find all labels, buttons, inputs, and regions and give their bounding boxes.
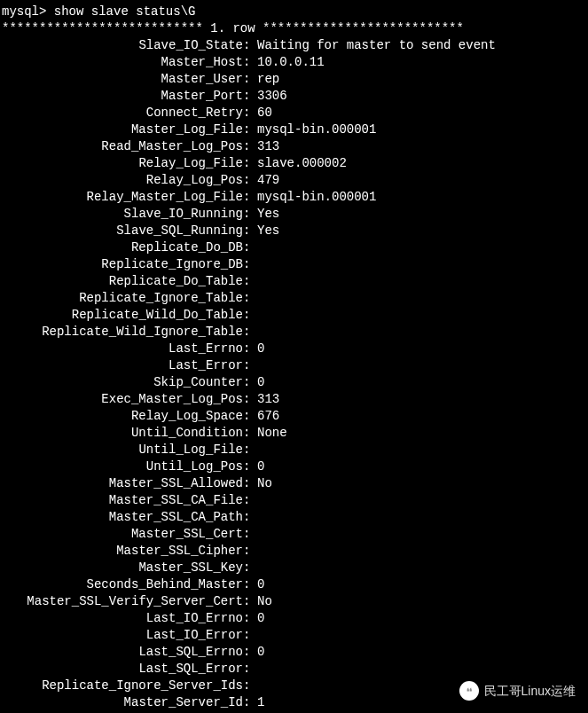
status-separator: : [243, 121, 257, 138]
status-key: Seconds_Behind_Master [2, 576, 243, 593]
status-row: Slave_SQL_Running: Yes [2, 223, 586, 239]
status-row: Last_SQL_Errno: 0 [2, 644, 586, 661]
status-separator: : [243, 475, 257, 492]
watermark-label: 民工哥Linux运维 [484, 683, 576, 700]
status-row: Master_SSL_Verify_Server_Cert: No [2, 593, 586, 610]
status-key: Read_Master_Log_Pos [2, 138, 243, 155]
status-key: Master_SSL_Verify_Server_Cert [2, 593, 243, 610]
status-value: Yes [257, 206, 279, 223]
status-separator: : [243, 425, 257, 442]
status-row: Replicate_Do_Table: [2, 273, 586, 290]
status-value: 60 [257, 105, 272, 121]
status-key: Exec_Master_Log_Pos [2, 391, 243, 408]
status-value: 0 [257, 576, 264, 593]
status-separator: : [243, 273, 257, 290]
status-value: 0 [257, 458, 264, 475]
status-separator: : [243, 458, 257, 475]
status-separator: : [243, 206, 257, 223]
status-row: Master_SSL_Cipher: [2, 543, 586, 560]
status-value: 0 [257, 644, 264, 661]
status-key: Replicate_Do_Table [2, 273, 243, 290]
status-row: Until_Log_Pos: 0 [2, 458, 586, 475]
status-separator: : [243, 374, 257, 391]
status-separator: : [243, 408, 257, 425]
status-separator: : [243, 644, 257, 661]
status-value: 0 [257, 374, 264, 391]
status-value: No [257, 475, 272, 492]
status-row: Replicate_Ignore_DB: [2, 256, 586, 273]
status-row: Relay_Log_File: slave.000002 [2, 155, 586, 172]
status-key: Master_Log_File [2, 121, 243, 138]
status-separator: : [243, 442, 257, 458]
status-key: Replicate_Wild_Do_Table [2, 307, 243, 324]
status-separator: : [243, 526, 257, 543]
status-row: Replicate_Wild_Ignore_Table: [2, 324, 586, 341]
status-separator: : [243, 576, 257, 593]
status-separator: : [243, 357, 257, 374]
status-row: Master_SSL_CA_Path: [2, 509, 586, 526]
status-key: Master_SSL_CA_File [2, 492, 243, 509]
status-separator: : [243, 138, 257, 155]
status-key: Relay_Log_Pos [2, 172, 243, 189]
status-row: Replicate_Do_DB: [2, 239, 586, 256]
status-key: Master_SSL_CA_Path [2, 509, 243, 526]
status-row: Last_Errno: 0 [2, 341, 586, 357]
status-row: Master_User: rep [2, 71, 586, 88]
status-key: Until_Log_File [2, 442, 243, 458]
status-key: Last_Errno [2, 341, 243, 357]
status-key: Master_SSL_Key [2, 560, 243, 576]
status-value: mysql-bin.000001 [257, 121, 376, 138]
status-key: Relay_Log_Space [2, 408, 243, 425]
status-key: Until_Condition [2, 425, 243, 442]
status-key: Master_User [2, 71, 243, 88]
status-key: Master_SSL_Cert [2, 526, 243, 543]
slave-status-output: Slave_IO_State: Waiting for master to se… [2, 37, 586, 711]
status-row: Slave_IO_Running: Yes [2, 206, 586, 223]
status-value: 479 [257, 172, 279, 189]
status-value: rep [257, 71, 279, 88]
status-key: Master_SSL_Cipher [2, 543, 243, 560]
status-key: Last_Error [2, 357, 243, 374]
status-key: Skip_Counter [2, 374, 243, 391]
status-row: Connect_Retry: 60 [2, 105, 586, 121]
status-separator: : [243, 560, 257, 576]
status-row: Replicate_Wild_Do_Table: [2, 307, 586, 324]
status-separator: : [243, 71, 257, 88]
status-separator: : [243, 37, 257, 54]
status-separator: : [243, 239, 257, 256]
status-separator: : [243, 324, 257, 341]
status-separator: : [243, 694, 257, 711]
status-row: Seconds_Behind_Master: 0 [2, 576, 586, 593]
status-separator: : [243, 105, 257, 121]
status-value: 3306 [257, 88, 287, 105]
wechat-quote-icon: ❛❛ [459, 681, 479, 701]
status-value: 313 [257, 391, 279, 408]
status-separator: : [243, 610, 257, 627]
status-value: No [257, 593, 272, 610]
mysql-prompt[interactable]: mysql> show slave status\G [2, 4, 586, 20]
status-row: Last_Error: [2, 357, 586, 374]
status-value: 676 [257, 408, 279, 425]
status-separator: : [243, 223, 257, 239]
status-key: Replicate_Do_DB [2, 239, 243, 256]
status-key: Last_SQL_Errno [2, 644, 243, 661]
status-key: Relay_Log_File [2, 155, 243, 172]
status-row: Relay_Log_Space: 676 [2, 408, 586, 425]
status-value: Waiting for master to send event [257, 37, 496, 54]
status-row: Until_Log_File: [2, 442, 586, 458]
status-key: Master_Port [2, 88, 243, 105]
status-key: Replicate_Ignore_Table [2, 290, 243, 307]
status-separator: : [243, 627, 257, 644]
status-separator: : [243, 593, 257, 610]
status-separator: : [243, 189, 257, 206]
status-key: Until_Log_Pos [2, 458, 243, 475]
status-key: Connect_Retry [2, 105, 243, 121]
status-key: Last_IO_Errno [2, 610, 243, 627]
status-value: 1 [257, 694, 264, 711]
row-header: *************************** 1. row *****… [2, 20, 586, 37]
watermark: ❛❛ 民工哥Linux运维 [459, 681, 576, 701]
status-value: None [257, 425, 287, 442]
status-row: Master_Log_File: mysql-bin.000001 [2, 121, 586, 138]
status-separator: : [243, 543, 257, 560]
status-row: Master_SSL_CA_File: [2, 492, 586, 509]
